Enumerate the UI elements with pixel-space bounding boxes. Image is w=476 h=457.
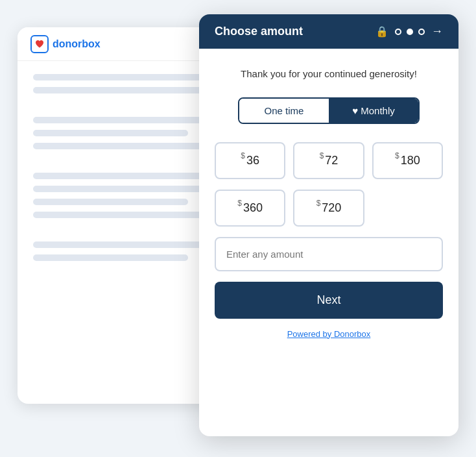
bg-line [33,199,188,205]
currency-symbol: $ [237,199,242,208]
amount-button-36[interactable]: $ 36 [215,142,285,179]
monthly-button[interactable]: ♥ Monthly [329,99,418,123]
amount-value: 36 [246,154,259,167]
frequency-toggle[interactable]: One time ♥ Monthly [238,97,420,124]
powered-by: Powered by Donorbox [287,329,371,339]
amount-grid-spacer [372,190,443,227]
next-button[interactable]: Next [215,282,443,319]
bg-line [33,130,188,136]
currency-symbol: $ [241,151,245,160]
step-dot-2 [407,29,413,35]
currency-symbol: $ [395,151,399,160]
currency-symbol: $ [320,151,324,160]
modal-body: Thank you for your continued generosity!… [199,49,458,436]
bg-line [33,254,188,261]
step-dots [395,29,425,35]
amount-button-720[interactable]: $ 720 [293,190,364,227]
modal-header: Choose amount 🔒 → [199,14,458,49]
modal-title: Choose amount [215,25,303,38]
logo-icon [30,35,49,53]
amount-grid-row1: $ 36 $ 72 $ 180 [215,142,443,179]
subtitle: Thank you for your continued generosity! [241,67,417,82]
custom-amount-input[interactable] [215,237,443,271]
lock-icon: 🔒 [375,25,388,38]
donation-modal: Choose amount 🔒 → Thank you for your con… [199,14,458,436]
logo: donorbox [30,35,101,53]
powered-by-link[interactable]: Powered by Donorbox [287,329,371,339]
arrow-icon: → [431,25,443,38]
one-time-button[interactable]: One time [239,99,329,123]
amount-value: 720 [322,201,341,215]
amount-value: 360 [243,201,263,215]
amount-button-72[interactable]: $ 72 [293,142,364,179]
amount-grid-row2: $ 360 $ 720 [215,190,443,227]
currency-symbol: $ [316,199,321,208]
header-icons: 🔒 → [375,25,443,38]
amount-button-360[interactable]: $ 360 [215,190,285,227]
amount-value: 180 [401,154,420,167]
amount-value: 72 [325,154,338,167]
step-dot-1 [395,29,401,35]
step-dot-3 [418,29,425,35]
logo-text: donorbox [53,38,101,50]
amount-button-180[interactable]: $ 180 [372,142,443,179]
page-wrapper: donorbox Choose amount 🔒 [18,14,458,443]
